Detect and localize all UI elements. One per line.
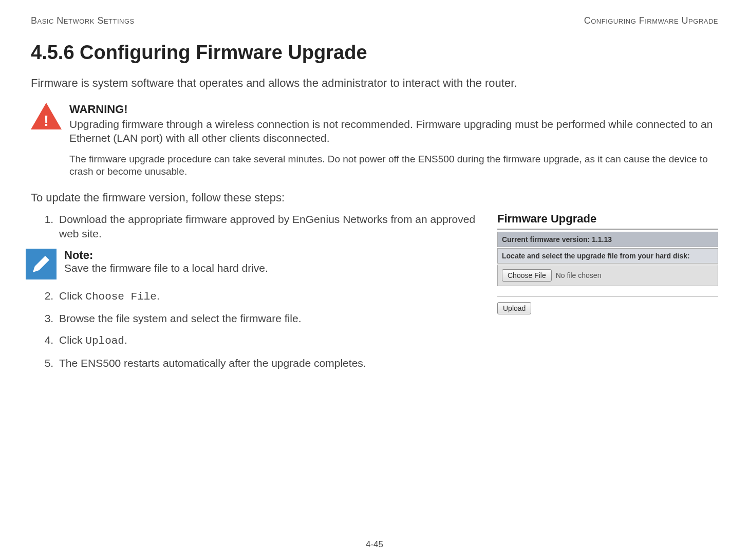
steps-lead: To update the firmware version, follow t…	[31, 191, 718, 204]
upload-button[interactable]: Upload	[497, 302, 531, 314]
step-2: Click Choose File.	[57, 289, 482, 304]
file-chooser-row: Choose File No file chosen	[497, 265, 718, 286]
page-title: 4.5.6 Configuring Firmware Upgrade	[31, 42, 718, 64]
warning-subtext: The firmware upgrade procedure can take …	[69, 153, 718, 178]
note-text: Save the firmware file to a local hard d…	[64, 262, 268, 274]
warning-callout: ! WARNING! Upgrading firmware through a …	[31, 103, 718, 178]
step-1: Download the appropriate firmware approv…	[57, 212, 482, 241]
note-callout: Note: Save the firmware file to a local …	[26, 249, 482, 279]
step-4: Click Upload.	[57, 333, 482, 348]
warning-icon: !	[31, 103, 62, 134]
warning-text: Upgrading firmware through a wireless co…	[69, 117, 718, 145]
no-file-label: No file chosen	[556, 271, 602, 279]
intro-text: Firmware is system software that operate…	[31, 77, 718, 90]
steps-list: Download the appropriate firmware approv…	[31, 212, 482, 241]
warning-title: WARNING!	[69, 103, 718, 116]
locate-row: Locate and select the upgrade file from …	[497, 248, 718, 264]
header-left: Basic Network Settings	[31, 15, 135, 26]
version-row: Current firmware version: 1.1.13	[497, 232, 718, 247]
page-number: 4-45	[0, 539, 749, 550]
note-title: Note:	[64, 249, 268, 262]
steps-list-cont: Click Choose File. Browse the file syste…	[31, 289, 482, 370]
step-5: The ENS500 restarts automatically after …	[57, 356, 482, 370]
header-right: Configuring Firmware Upgrade	[584, 15, 718, 26]
panel-title: Firmware Upgrade	[497, 212, 718, 230]
note-icon	[26, 249, 57, 279]
firmware-upgrade-panel: Firmware Upgrade Current firmware versio…	[497, 212, 718, 314]
choose-file-button[interactable]: Choose File	[502, 269, 552, 282]
step-3: Browse the file system and select the fi…	[57, 311, 482, 326]
